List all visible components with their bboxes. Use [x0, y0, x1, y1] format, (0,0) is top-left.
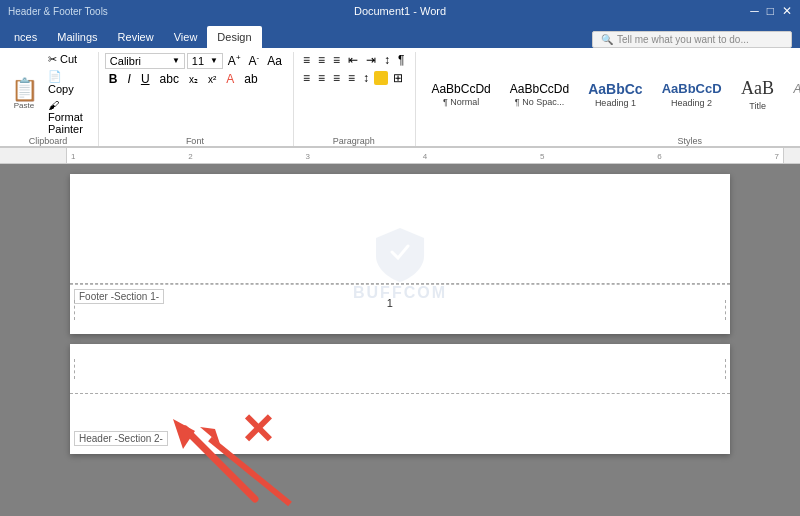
- title-bar-center: Document1 - Word: [354, 5, 446, 17]
- tab-mailings[interactable]: Mailings: [47, 26, 107, 48]
- page-gap: [70, 334, 730, 344]
- tab-view[interactable]: View: [164, 26, 208, 48]
- grow-font-btn[interactable]: A+: [225, 52, 244, 69]
- style-subtitle[interactable]: AaBbCcDd Subtitle: [785, 78, 800, 110]
- styles-label: Styles: [422, 136, 800, 146]
- ribbon-tabs-bar: nces Mailings Review View Design 🔍 Tell …: [0, 22, 800, 48]
- tab-nces[interactable]: nces: [4, 26, 47, 48]
- ribbon: 📋 Paste ✂ Cut 📄 Copy 🖌 Format Painter Cl…: [0, 48, 800, 148]
- show-formatting-btn[interactable]: ¶: [395, 52, 407, 68]
- paragraph-group: ≡ ≡ ≡ ⇤ ⇥ ↕ ¶ ≡ ≡ ≡ ≡ ↕ ⊞ Par: [300, 52, 417, 146]
- font-label: Font: [105, 136, 285, 146]
- page-number: 1: [387, 297, 393, 309]
- shrink-font-btn[interactable]: A-: [246, 52, 263, 69]
- close-btn[interactable]: ✕: [782, 4, 792, 18]
- line-spacing-btn[interactable]: ↕: [360, 70, 372, 86]
- align-left-btn[interactable]: ≡: [300, 70, 313, 86]
- tab-review[interactable]: Review: [108, 26, 164, 48]
- page-top[interactable]: Footer -Section 1- 1: [70, 174, 730, 334]
- bold-btn[interactable]: B: [105, 71, 122, 87]
- sort-btn[interactable]: ↕: [381, 52, 393, 68]
- footer-border-right: [725, 300, 726, 320]
- cut-btn[interactable]: ✂ Cut: [44, 52, 90, 67]
- justify-btn[interactable]: ≡: [345, 70, 358, 86]
- clipboard-group: 📋 Paste ✂ Cut 📄 Copy 🖌 Format Painter Cl…: [6, 52, 99, 146]
- tab-design[interactable]: Design: [207, 26, 261, 48]
- align-right-btn[interactable]: ≡: [330, 70, 343, 86]
- footer-label: Footer -Section 1-: [74, 289, 164, 304]
- page-bottom[interactable]: Header -Section 2-: [70, 344, 730, 454]
- italic-btn[interactable]: I: [124, 71, 135, 87]
- title-bar-left: Header & Footer Tools: [8, 6, 108, 17]
- paragraph-label: Paragraph: [300, 136, 408, 146]
- document-area: Footer -Section 1- 1 Header -Section 2- …: [0, 164, 800, 516]
- copy-btn[interactable]: 📄 Copy: [44, 69, 90, 96]
- strikethrough-btn[interactable]: abc: [156, 71, 183, 87]
- align-center-btn[interactable]: ≡: [315, 70, 328, 86]
- footer-area[interactable]: Footer -Section 1- 1: [70, 284, 730, 334]
- minimize-btn[interactable]: ─: [750, 4, 759, 18]
- multilevel-btn[interactable]: ≡: [330, 52, 343, 68]
- font-group: Calibri▼ 11▼ A+ A- Aa B I U abc x₂ x²: [105, 52, 294, 146]
- font-color-btn[interactable]: A: [222, 71, 238, 87]
- header-label: Header -Section 2-: [74, 431, 168, 446]
- numbering-btn[interactable]: ≡: [315, 52, 328, 68]
- header-area[interactable]: [70, 344, 730, 394]
- clear-format-btn[interactable]: Aa: [264, 53, 285, 69]
- page2-content: [70, 394, 730, 454]
- ruler: 1 2 3 4 5 6 7: [0, 148, 800, 164]
- highlight-btn[interactable]: ab: [240, 71, 261, 87]
- font-name-dropdown[interactable]: Calibri▼: [105, 53, 185, 69]
- ruler-inner: 1 2 3 4 5 6 7: [66, 148, 784, 163]
- style-heading1[interactable]: AaBbCc Heading 1: [579, 77, 651, 112]
- format-painter-btn[interactable]: 🖌 Format Painter: [44, 98, 90, 136]
- maximize-btn[interactable]: □: [767, 4, 774, 18]
- footer-border-left: [74, 300, 75, 320]
- borders-btn[interactable]: ⊞: [390, 70, 406, 86]
- superscript-btn[interactable]: x²: [204, 73, 220, 86]
- search-placeholder: Tell me what you want to do...: [617, 34, 749, 45]
- title-bar: Header & Footer Tools Document1 - Word ─…: [0, 0, 800, 22]
- search-bar[interactable]: 🔍 Tell me what you want to do...: [592, 31, 792, 48]
- paste-btn[interactable]: 📋 Paste: [6, 77, 42, 112]
- page-content-area: [70, 174, 730, 284]
- style-normal[interactable]: AaBbCcDd ¶ Normal: [422, 78, 499, 110]
- clipboard-label: Clipboard: [6, 136, 90, 146]
- style-no-spacing[interactable]: AaBbCcDd ¶ No Spac...: [501, 78, 578, 110]
- search-icon: 🔍: [601, 34, 613, 45]
- style-title[interactable]: AaB Title: [732, 74, 784, 114]
- underline-btn[interactable]: U: [137, 71, 154, 87]
- decrease-indent-btn[interactable]: ⇤: [345, 52, 361, 68]
- bullets-btn[interactable]: ≡: [300, 52, 313, 68]
- styles-group: AaBbCcDd ¶ Normal AaBbCcDd ¶ No Spac... …: [422, 52, 800, 146]
- increase-indent-btn[interactable]: ⇥: [363, 52, 379, 68]
- shading-btn[interactable]: [374, 71, 388, 85]
- font-size-dropdown[interactable]: 11▼: [187, 53, 223, 69]
- subscript-btn[interactable]: x₂: [185, 73, 202, 86]
- style-heading2[interactable]: AaBbCcD Heading 2: [653, 77, 731, 111]
